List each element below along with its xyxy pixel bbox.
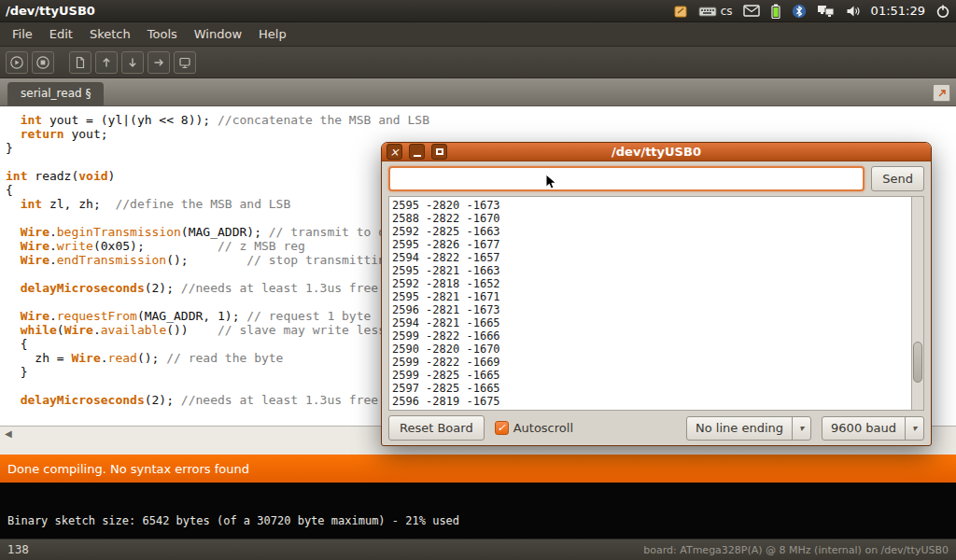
volume-icon[interactable] <box>846 4 861 19</box>
chevron-down-icon: ▾ <box>792 417 810 440</box>
serial-line: 2599 -2822 -1666 <box>392 329 908 343</box>
chevron-down-icon: ▾ <box>905 417 923 440</box>
serial-input[interactable] <box>388 166 865 191</box>
serial-line: 2599 -2822 -1669 <box>392 356 908 369</box>
mail-icon[interactable] <box>743 5 760 17</box>
dialog-titlebar[interactable]: × /dev/ttyUSB0 <box>382 143 931 161</box>
bluetooth-icon[interactable] <box>792 4 807 19</box>
battery-icon[interactable] <box>770 4 781 19</box>
line-number: 138 <box>7 543 29 556</box>
window-title: /dev/ttyUSB0 <box>6 4 95 18</box>
code-line: int yout = (yl|(yh << 8)); //concatenate… <box>6 113 956 127</box>
autoscroll-label: Autoscroll <box>513 421 573 435</box>
power-icon[interactable] <box>935 4 950 19</box>
serial-line: 2590 -2820 -1670 <box>392 343 908 356</box>
verify-button[interactable] <box>6 51 28 74</box>
notes-icon[interactable] <box>673 4 688 19</box>
verify-icon <box>9 55 24 70</box>
dialog-body: Send 2595 -2820 -16732588 -2822 -1670259… <box>382 161 931 445</box>
code-line: return yout; <box>6 127 956 141</box>
menu-sketch[interactable]: Sketch <box>81 23 139 45</box>
console-output: Binary sketch size: 6542 bytes (of a 307… <box>0 483 956 539</box>
scrollbar-thumb[interactable] <box>913 342 922 383</box>
tab-menu-button[interactable] <box>933 84 950 102</box>
line-ending-value: No line ending <box>687 421 792 435</box>
window-buttons: × <box>387 144 447 160</box>
clock[interactable]: 01:51:29 <box>871 4 925 18</box>
save-button[interactable] <box>121 51 144 74</box>
serial-line: 2588 -2822 -1670 <box>392 212 908 225</box>
tab-label: serial_read § <box>21 87 91 100</box>
serial-scrollbar[interactable] <box>911 197 923 410</box>
menu-tools[interactable]: Tools <box>139 23 186 45</box>
open-button[interactable] <box>95 51 118 74</box>
scroll-left-arrow-icon[interactable]: ◀ <box>5 428 12 439</box>
serial-line: 2599 -2825 -1665 <box>392 369 908 382</box>
menu-edit[interactable]: Edit <box>41 23 81 45</box>
serial-line: 2595 -2820 -1673 <box>392 199 908 212</box>
menu-file[interactable]: File <box>4 23 41 45</box>
tab-bar: serial_read § <box>0 78 956 106</box>
serial-monitor-button[interactable] <box>174 51 196 74</box>
serial-controls-row: Reset Board ✓ Autoscroll No line ending … <box>388 415 924 441</box>
mouse-cursor <box>545 174 557 191</box>
upload-button[interactable] <box>148 51 170 74</box>
system-tray: cs 01:51:29 <box>673 0 950 21</box>
menu-help[interactable]: Help <box>250 23 295 45</box>
serial-line: 2594 -2822 -1657 <box>392 251 908 264</box>
serial-input-row: Send <box>388 166 924 191</box>
minimize-button[interactable] <box>409 144 425 160</box>
board-info: board: ATmega328P(A) @ 8 MHz (internal) … <box>643 544 949 556</box>
save-icon <box>125 55 140 70</box>
checkbox-check-icon: ✓ <box>495 421 509 435</box>
close-icon: × <box>389 147 399 158</box>
serial-line: 2595 -2821 -1671 <box>392 290 908 303</box>
serial-output[interactable]: 2595 -2820 -16732588 -2822 -16702592 -28… <box>389 197 911 410</box>
console-text: Binary sketch size: 6542 bytes (of a 307… <box>7 514 949 527</box>
menubar: File Edit Sketch Tools Window Help <box>0 22 956 47</box>
serial-line: 2592 -2825 -1663 <box>392 225 908 238</box>
serial-line: 2595 -2826 -1677 <box>392 238 908 251</box>
reset-board-button[interactable]: Reset Board <box>388 415 485 441</box>
tab-menu-icon <box>936 88 948 99</box>
serial-line: 2592 -2818 -1652 <box>392 277 908 290</box>
network-icon[interactable] <box>817 4 836 19</box>
tab-serial-read[interactable]: serial_read § <box>7 82 104 105</box>
baud-rate-select[interactable]: 9600 baud ▾ <box>822 416 924 441</box>
toolbar <box>0 47 956 78</box>
serial-line: 2597 -2825 -1665 <box>392 382 908 395</box>
maximize-icon <box>436 148 443 155</box>
minimize-icon <box>414 155 421 157</box>
menu-window[interactable]: Window <box>186 23 250 45</box>
serial-output-area: 2595 -2820 -16732588 -2822 -16702592 -28… <box>388 196 924 411</box>
stop-icon <box>35 55 50 70</box>
desktop: /dev/ttyUSB0 cs <box>0 0 956 560</box>
baud-rate-value: 9600 baud <box>822 421 905 435</box>
autoscroll-checkbox[interactable]: ✓ Autoscroll <box>495 421 573 435</box>
serial-monitor-icon <box>177 55 192 70</box>
top-panel: /dev/ttyUSB0 cs <box>0 0 956 22</box>
footer-status-bar: 138 board: ATmega328P(A) @ 8 MHz (intern… <box>0 539 956 560</box>
keyboard-indicator[interactable]: cs <box>698 4 733 19</box>
serial-line: 2596 -2821 -1673 <box>392 303 908 316</box>
open-icon <box>99 55 114 70</box>
send-button[interactable]: Send <box>871 166 924 191</box>
line-ending-select[interactable]: No line ending ▾ <box>686 416 811 441</box>
new-icon <box>73 55 88 70</box>
serial-line: 2595 -2821 -1663 <box>392 264 908 277</box>
keyboard-layout-label: cs <box>721 5 733 18</box>
status-message: Done compiling. No syntax errors found <box>7 462 249 476</box>
close-button[interactable]: × <box>387 144 402 160</box>
stop-button[interactable] <box>32 51 54 74</box>
upload-icon <box>151 55 166 70</box>
new-sketch-button[interactable] <box>69 51 91 74</box>
dialog-title: /dev/ttyUSB0 <box>382 145 931 159</box>
serial-line: 2594 -2821 -1665 <box>392 316 908 329</box>
serial-line: 2596 -2819 -1675 <box>392 395 908 408</box>
status-bar: Done compiling. No syntax errors found <box>0 455 956 483</box>
maximize-button[interactable] <box>431 144 447 160</box>
keyboard-icon <box>698 4 717 19</box>
serial-monitor-window: × /dev/ttyUSB0 Send 2595 -2820 -16732588… <box>381 142 932 446</box>
